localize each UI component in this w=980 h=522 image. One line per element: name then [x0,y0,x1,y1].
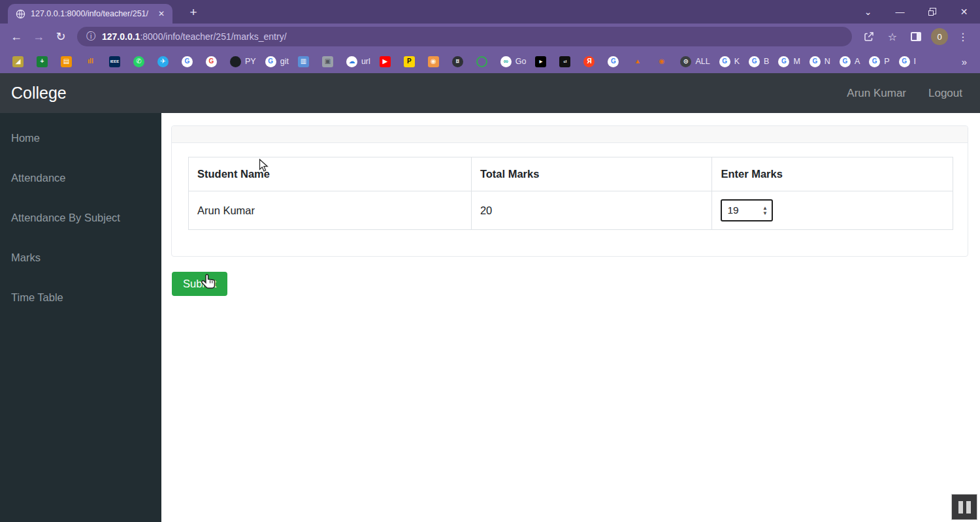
bookmark-label: P [884,57,889,66]
browser-titlebar: 127.0.0.1:8000/info/teacher/251/ ✕ + ⌄ —… [0,0,980,24]
profile-avatar[interactable]: 0 [929,27,950,46]
browser-window: 127.0.0.1:8000/info/teacher/251/ ✕ + ⌄ —… [0,0,980,522]
bookmark-item[interactable]: G K [715,53,744,70]
bookmark-item[interactable]: G N [805,53,835,70]
bookmark-item[interactable] [472,53,496,70]
bookmark-label: Go [515,57,527,66]
share-button[interactable] [858,27,879,46]
tab-close-icon[interactable]: ✕ [155,8,167,20]
bookmark-item[interactable]: ∞ Go [496,53,531,70]
bookmark-item[interactable]: ▤ [56,53,80,70]
bookmarks-overflow-button[interactable]: » [958,56,971,67]
share-icon [863,31,875,42]
bookmark-item[interactable]: ▶ [375,53,399,70]
bookmark-item[interactable]: ☁ url [342,53,375,70]
bookmark-label: M [793,57,800,66]
marks-card: Student Name Total Marks Enter Marks Aru… [171,125,968,257]
bookmark-item[interactable]: ◢ [8,53,32,70]
new-tab-button[interactable]: + [185,4,202,21]
bookmark-item[interactable]: ◉ [423,53,448,70]
bookmark-item[interactable]: ▸ [531,53,555,70]
bookmark-item[interactable]: ▣ [318,53,342,70]
bookmark-item[interactable]: + [32,53,56,70]
url-path: :8000/info/teacher/251/marks_entry/ [140,31,286,42]
sidebar-item[interactable]: Home [0,118,161,158]
bookmark-favicon-icon [230,56,241,67]
bookmark-item[interactable]: cl [555,53,579,70]
reload-button[interactable]: ↻ [51,27,71,46]
site-info-icon[interactable]: ⓘ [86,31,95,42]
sidebar-item[interactable]: Attendance By Subject [0,198,161,238]
bookmark-favicon-icon: ▤ [61,56,72,67]
spinner-up-icon[interactable]: ▲ [762,206,768,210]
pause-icon [958,501,963,514]
bookmark-favicon-icon: ✈ [157,56,169,67]
bookmark-item[interactable]: G [603,53,627,70]
bookmark-item[interactable]: G [201,53,225,70]
browser-menu-button[interactable]: ⋮ [953,27,973,46]
bookmark-favicon-icon: ◢ [12,56,24,67]
app-body: Home Attendance Attendance By Subject Ma… [0,113,980,522]
bookmark-item[interactable]: Я [579,53,603,70]
close-button[interactable]: ✕ [948,0,980,24]
bookmark-item[interactable]: ¤ [448,53,472,70]
side-panel-button[interactable] [906,27,926,46]
forward-button[interactable]: → [29,27,48,46]
bookmark-favicon-icon: Я [583,56,595,67]
app-navbar: College Arun Kumar Logout [0,73,980,113]
bookmark-item[interactable]: ıll [80,53,105,70]
tab-search-chevron-icon[interactable]: ⌄ [852,0,884,24]
bookmark-item[interactable]: G A [835,53,864,70]
bookmark-item[interactable]: IEEE [105,53,129,70]
brand-title: College [11,84,67,103]
restore-icon [928,8,936,16]
side-panel-icon [911,32,921,41]
bookmark-item[interactable]: ▥ [293,53,318,70]
bookmark-item[interactable]: G I [894,53,921,70]
restore-button[interactable] [916,0,948,24]
bookmark-item[interactable]: ◉ [651,53,676,70]
number-spinner[interactable]: ▲ ▼ [760,202,770,219]
bookmark-item[interactable]: G P [864,53,894,70]
sidebar-item[interactable]: Marks [0,238,161,278]
browser-tab[interactable]: 127.0.0.1:8000/info/teacher/251/ ✕ [8,4,172,24]
avatar-badge: 0 [931,28,948,45]
bookmark-label: I [914,57,916,66]
minimize-button[interactable]: — [884,0,916,24]
sidebar-item[interactable]: Time Table [0,278,161,318]
bookmark-star-button[interactable]: ☆ [882,27,903,46]
submit-button[interactable]: Submit [172,272,227,296]
main-content: Student Name Total Marks Enter Marks Aru… [161,113,980,522]
navbar-link[interactable]: Logout [928,87,962,100]
card-header [172,126,968,143]
sidebar-item[interactable]: Attendance [0,158,161,198]
bookmark-item[interactable]: P [399,53,423,70]
cell-student-name: Arun Kumar [189,191,472,230]
bookmark-item[interactable]: ✈ [153,53,177,70]
cell-total-marks: 20 [471,191,712,230]
bookmark-item[interactable]: PY [225,53,261,70]
spinner-down-icon[interactable]: ▼ [762,211,768,216]
bookmark-item[interactable]: ▲ [627,53,651,70]
tab-title: 127.0.0.1:8000/info/teacher/251/ [31,9,150,18]
bookmark-item[interactable]: G [177,53,201,70]
bookmark-favicon-icon: G [778,56,789,67]
bookmark-item[interactable]: ✆ [129,53,153,70]
bookmark-item[interactable]: G git [261,53,293,70]
address-bar[interactable]: ⓘ 127.0.0.1:8000/info/teacher/251/marks_… [77,27,852,46]
bookmark-item[interactable]: G B [744,53,774,70]
back-button[interactable]: ← [7,27,26,46]
bookmark-label: K [734,57,740,66]
bookmark-favicon-icon [476,56,487,67]
header-student-name: Student Name [189,157,472,191]
recorder-pause-button[interactable] [951,494,977,520]
marks-input[interactable] [722,201,757,220]
bookmark-favicon-icon: G [840,56,851,67]
marks-table: Student Name Total Marks Enter Marks Aru… [188,157,953,230]
bookmark-item[interactable]: G M [774,53,804,70]
bookmark-favicon-icon: G [809,56,821,67]
url-text: 127.0.0.1:8000/info/teacher/251/marks_en… [102,31,287,42]
sidebar: Home Attendance Attendance By Subject Ma… [0,113,161,522]
navbar-link[interactable]: Arun Kumar [847,87,906,100]
bookmark-item[interactable]: ⊙ ALL [676,53,714,70]
